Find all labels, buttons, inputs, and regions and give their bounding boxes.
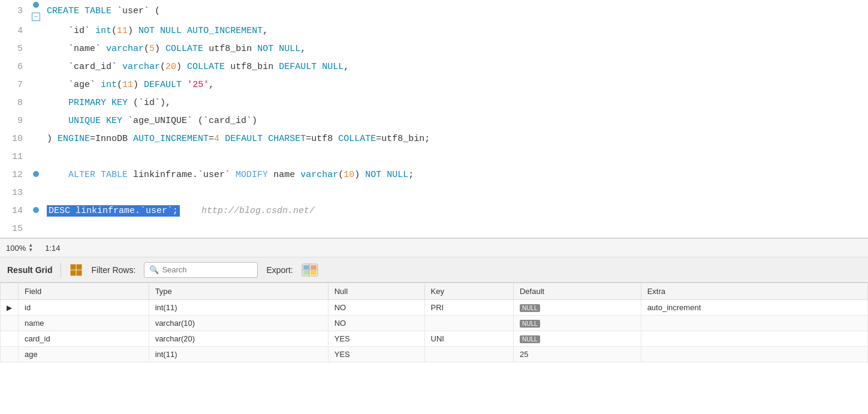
svg-rect-5 [303,265,309,269]
line-number: 14 [0,202,30,220]
cell-type: int(11) [149,300,328,316]
code-line: ) ENGINE=InnoDB AUTO_INCREMENT=4 DEFAULT… [42,130,868,148]
code-line: CREATE TABLE `user` ( [42,0,868,22]
line-number: 5 [0,40,30,58]
line-number: 15 [0,220,30,238]
table-header-Null: Null [328,283,424,300]
code-line: `age` int(11) DEFAULT '25', [42,76,868,94]
result-toolbar: Result Grid Filter Rows: 🔍 Export: [0,257,868,283]
code-line: DESC linkinframe.`user`; http://blog.csd… [42,202,868,220]
status-bar: 100% ▲ ▼ 1:14 [0,238,868,257]
cell-extra [641,316,867,331]
cell-extra [641,331,867,347]
cell-default: NULL [513,300,641,316]
search-icon: 🔍 [149,265,159,274]
svg-rect-7 [303,271,309,275]
filter-rows-label: Filter Rows: [91,265,135,275]
cell-default: NULL [513,331,641,347]
line-number: 9 [0,112,30,130]
table-header-Key: Key [424,283,513,300]
table-row[interactable]: card_idvarchar(20)YESUNINULL [1,331,868,347]
null-badge: NULL [520,304,540,312]
line-marker [30,58,42,76]
code-line: `name` varchar(5) COLLATE utf8_bin NOT N… [42,40,868,58]
zoom-arrows[interactable]: ▲ ▼ [28,243,33,253]
line-marker [30,148,42,166]
svg-rect-3 [77,271,82,275]
zoom-control[interactable]: 100% ▲ ▼ [6,243,33,253]
table-header-Extra: Extra [641,283,867,300]
export-label: Export: [266,265,293,275]
zoom-down-icon[interactable]: ▼ [28,248,33,253]
search-input[interactable] [162,265,246,274]
line-marker [30,94,42,112]
code-line [42,220,868,238]
code-line: `id` int(11) NOT NULL AUTO_INCREMENT, [42,22,868,40]
line-number: 7 [0,76,30,94]
line-marker [30,130,42,148]
fold-icon[interactable]: − [32,13,40,21]
cell-key [424,347,513,362]
grid-view-icon[interactable] [70,263,83,277]
line-marker [30,112,42,130]
svg-rect-1 [77,265,82,269]
code-line: PRIMARY KEY (`id`), [42,94,868,112]
cell-null: YES [328,347,424,362]
line-marker [30,76,42,94]
table-header-Type: Type [149,283,328,300]
row-selector[interactable]: ▶ [1,300,19,316]
table-row[interactable]: ▶idint(11)NOPRINULLauto_increment [1,300,868,316]
cell-default: NULL [513,316,641,331]
line-marker: − [30,0,42,22]
result-grid-label: Result Grid [7,265,52,275]
result-grid: FieldTypeNullKeyDefaultExtra ▶idint(11)N… [0,283,868,414]
cell-extra: auto_increment [641,300,867,316]
breakpoint-dot[interactable] [33,2,39,8]
toolbar-divider [61,263,61,277]
line-number: 4 [0,22,30,40]
line-marker [30,166,42,184]
cell-type: varchar(10) [149,316,328,331]
line-number: 11 [0,148,30,166]
cell-type: int(11) [149,347,328,362]
table-row[interactable]: namevarchar(10)NONULL [1,316,868,331]
cell-default: 25 [513,347,641,362]
table-header-Field: Field [19,283,149,300]
line-marker [30,22,42,40]
line-number: 3 [0,0,30,22]
svg-rect-6 [311,265,317,269]
line-number: 6 [0,58,30,76]
cell-field: age [19,347,149,362]
line-number: 10 [0,130,30,148]
table-header-Default: Default [513,283,641,300]
line-number: 12 [0,166,30,184]
code-line: ALTER TABLE linkinframe.`user` MODIFY na… [42,166,868,184]
svg-rect-8 [311,271,317,275]
table-row[interactable]: ageint(11)YES25 [1,347,868,362]
code-line: `card_id` varchar(20) COLLATE utf8_bin D… [42,58,868,76]
row-selector[interactable] [1,316,19,331]
line-number: 13 [0,184,30,202]
row-selector[interactable] [1,347,19,362]
table-header-arrow [1,283,19,300]
cell-type: varchar(20) [149,331,328,347]
row-selector[interactable] [1,331,19,347]
cell-key: UNI [424,331,513,347]
cursor-position: 1:14 [45,244,60,253]
line-number: 8 [0,94,30,112]
code-line: UNIQUE KEY `age_UNIQUE` (`card_id`) [42,112,868,130]
zoom-level: 100% [6,244,26,253]
breakpoint-dot[interactable] [33,207,39,213]
cell-null: YES [328,331,424,347]
svg-rect-2 [71,271,76,275]
breakpoint-dot[interactable] [33,171,39,177]
cell-null: NO [328,316,424,331]
line-marker [30,202,42,220]
null-badge: NULL [520,335,540,343]
search-box[interactable]: 🔍 [144,262,258,278]
export-icon[interactable] [302,263,318,277]
code-editor: 3 −CREATE TABLE `user` (4 `id` int(11) N… [0,0,868,238]
line-marker [30,40,42,58]
cell-extra [641,347,867,362]
null-badge: NULL [520,320,540,328]
